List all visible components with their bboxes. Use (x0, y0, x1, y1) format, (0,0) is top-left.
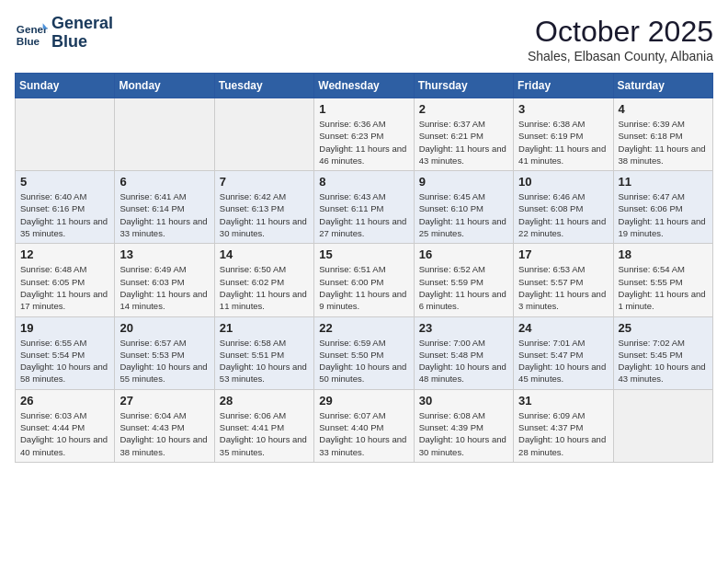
day-number: 6 (119, 175, 209, 189)
day-info: Sunrise: 6:55 AM Sunset: 5:54 PM Dayligh… (20, 337, 109, 385)
day-number: 10 (518, 175, 608, 189)
day-number: 25 (619, 321, 708, 335)
calendar-cell: 14Sunrise: 6:50 AM Sunset: 6:02 PM Dayli… (214, 244, 313, 316)
calendar-cell: 31Sunrise: 6:09 AM Sunset: 4:37 PM Dayli… (514, 389, 613, 462)
day-info: Sunrise: 6:04 AM Sunset: 4:43 PM Dayligh… (119, 409, 209, 458)
calendar-cell: 3Sunrise: 6:38 AM Sunset: 6:19 PM Daylig… (514, 98, 613, 171)
day-info: Sunrise: 6:57 AM Sunset: 5:53 PM Dayligh… (119, 337, 209, 385)
day-number: 17 (518, 247, 608, 261)
svg-text:Blue: Blue (17, 34, 40, 46)
page-header: General Blue General Blue October 2025 S… (15, 15, 713, 63)
day-info: Sunrise: 7:01 AM Sunset: 5:47 PM Dayligh… (518, 337, 608, 385)
day-info: Sunrise: 6:54 AM Sunset: 5:55 PM Dayligh… (619, 263, 708, 312)
calendar-cell: 12Sunrise: 6:48 AM Sunset: 6:05 PM Dayli… (16, 244, 115, 316)
day-number: 13 (119, 247, 209, 261)
day-number: 22 (319, 321, 408, 335)
calendar-cell (16, 98, 115, 171)
weekday-header-row: SundayMondayTuesdayWednesdayThursdayFrid… (16, 74, 713, 98)
day-number: 5 (20, 175, 109, 189)
day-number: 14 (220, 247, 309, 261)
day-info: Sunrise: 6:50 AM Sunset: 6:02 PM Dayligh… (220, 263, 309, 312)
calendar-cell: 4Sunrise: 6:39 AM Sunset: 6:18 PM Daylig… (613, 98, 712, 171)
day-info: Sunrise: 6:46 AM Sunset: 6:08 PM Dayligh… (518, 190, 608, 239)
day-number: 27 (119, 394, 209, 408)
calendar-cell: 16Sunrise: 6:52 AM Sunset: 5:59 PM Dayli… (414, 244, 513, 316)
calendar-cell: 13Sunrise: 6:49 AM Sunset: 6:03 PM Dayli… (115, 244, 214, 316)
day-number: 24 (518, 321, 608, 335)
day-info: Sunrise: 7:02 AM Sunset: 5:45 PM Dayligh… (619, 337, 708, 385)
day-number: 29 (319, 394, 408, 408)
title-block: October 2025 Shales, Elbasan County, Alb… (528, 15, 713, 63)
day-info: Sunrise: 6:51 AM Sunset: 6:00 PM Dayligh… (319, 263, 408, 312)
logo-text: General Blue (51, 15, 113, 52)
day-info: Sunrise: 6:48 AM Sunset: 6:05 PM Dayligh… (20, 263, 109, 312)
day-number: 21 (220, 321, 309, 335)
calendar-cell: 8Sunrise: 6:43 AM Sunset: 6:11 PM Daylig… (314, 171, 414, 244)
logo: General Blue General Blue (15, 15, 113, 52)
calendar-cell: 20Sunrise: 6:57 AM Sunset: 5:53 PM Dayli… (115, 316, 214, 389)
day-number: 31 (518, 394, 608, 408)
calendar-cell: 5Sunrise: 6:40 AM Sunset: 6:16 PM Daylig… (16, 171, 115, 244)
weekday-header: Monday (115, 74, 214, 98)
calendar-cell: 17Sunrise: 6:53 AM Sunset: 5:57 PM Dayli… (514, 244, 613, 316)
day-number: 9 (419, 175, 508, 189)
calendar-cell: 26Sunrise: 6:03 AM Sunset: 4:44 PM Dayli… (16, 389, 115, 462)
calendar-cell: 9Sunrise: 6:45 AM Sunset: 6:10 PM Daylig… (414, 171, 513, 244)
day-info: Sunrise: 6:40 AM Sunset: 6:16 PM Dayligh… (20, 190, 109, 239)
calendar-cell: 24Sunrise: 7:01 AM Sunset: 5:47 PM Dayli… (514, 316, 613, 389)
calendar-week-row: 12Sunrise: 6:48 AM Sunset: 6:05 PM Dayli… (16, 244, 713, 316)
day-number: 30 (419, 394, 508, 408)
day-info: Sunrise: 7:00 AM Sunset: 5:48 PM Dayligh… (419, 337, 508, 385)
day-number: 2 (419, 102, 508, 116)
calendar-cell: 2Sunrise: 6:37 AM Sunset: 6:21 PM Daylig… (414, 98, 513, 171)
day-info: Sunrise: 6:03 AM Sunset: 4:44 PM Dayligh… (20, 409, 109, 458)
calendar-cell (214, 98, 313, 171)
calendar-cell: 22Sunrise: 6:59 AM Sunset: 5:50 PM Dayli… (314, 316, 414, 389)
calendar-cell (115, 98, 214, 171)
logo-icon: General Blue (15, 17, 48, 50)
day-info: Sunrise: 6:45 AM Sunset: 6:10 PM Dayligh… (419, 190, 508, 239)
calendar-week-row: 19Sunrise: 6:55 AM Sunset: 5:54 PM Dayli… (16, 316, 713, 389)
day-info: Sunrise: 6:53 AM Sunset: 5:57 PM Dayligh… (518, 263, 608, 312)
calendar-cell: 21Sunrise: 6:58 AM Sunset: 5:51 PM Dayli… (214, 316, 313, 389)
calendar-table: SundayMondayTuesdayWednesdayThursdayFrid… (15, 73, 713, 463)
day-info: Sunrise: 6:36 AM Sunset: 6:23 PM Dayligh… (319, 118, 408, 167)
calendar-week-row: 1Sunrise: 6:36 AM Sunset: 6:23 PM Daylig… (16, 98, 713, 171)
day-info: Sunrise: 6:08 AM Sunset: 4:39 PM Dayligh… (419, 409, 508, 458)
day-number: 18 (619, 247, 708, 261)
day-number: 16 (419, 247, 508, 261)
day-info: Sunrise: 6:41 AM Sunset: 6:14 PM Dayligh… (119, 190, 209, 239)
day-number: 4 (619, 102, 708, 116)
calendar-cell: 6Sunrise: 6:41 AM Sunset: 6:14 PM Daylig… (115, 171, 214, 244)
day-info: Sunrise: 6:06 AM Sunset: 4:41 PM Dayligh… (220, 409, 309, 458)
calendar-cell: 11Sunrise: 6:47 AM Sunset: 6:06 PM Dayli… (613, 171, 712, 244)
day-info: Sunrise: 6:43 AM Sunset: 6:11 PM Dayligh… (319, 190, 408, 239)
calendar-cell (613, 389, 712, 462)
month-title: October 2025 (528, 15, 713, 49)
day-info: Sunrise: 6:59 AM Sunset: 5:50 PM Dayligh… (319, 337, 408, 385)
day-info: Sunrise: 6:49 AM Sunset: 6:03 PM Dayligh… (119, 263, 209, 312)
day-info: Sunrise: 6:09 AM Sunset: 4:37 PM Dayligh… (518, 409, 608, 458)
weekday-header: Thursday (414, 74, 513, 98)
calendar-cell: 27Sunrise: 6:04 AM Sunset: 4:43 PM Dayli… (115, 389, 214, 462)
day-number: 26 (20, 394, 109, 408)
calendar-cell: 29Sunrise: 6:07 AM Sunset: 4:40 PM Dayli… (314, 389, 414, 462)
calendar-cell: 10Sunrise: 6:46 AM Sunset: 6:08 PM Dayli… (514, 171, 613, 244)
weekday-header: Wednesday (314, 74, 414, 98)
day-info: Sunrise: 6:07 AM Sunset: 4:40 PM Dayligh… (319, 409, 408, 458)
weekday-header: Friday (514, 74, 613, 98)
calendar-cell: 1Sunrise: 6:36 AM Sunset: 6:23 PM Daylig… (314, 98, 414, 171)
calendar-cell: 30Sunrise: 6:08 AM Sunset: 4:39 PM Dayli… (414, 389, 513, 462)
calendar-cell: 7Sunrise: 6:42 AM Sunset: 6:13 PM Daylig… (214, 171, 313, 244)
day-number: 7 (220, 175, 309, 189)
day-info: Sunrise: 6:38 AM Sunset: 6:19 PM Dayligh… (518, 118, 608, 167)
day-number: 3 (518, 102, 608, 116)
calendar-cell: 15Sunrise: 6:51 AM Sunset: 6:00 PM Dayli… (314, 244, 414, 316)
weekday-header: Sunday (16, 74, 115, 98)
day-info: Sunrise: 6:39 AM Sunset: 6:18 PM Dayligh… (619, 118, 708, 167)
day-number: 12 (20, 247, 109, 261)
day-number: 19 (20, 321, 109, 335)
day-info: Sunrise: 6:52 AM Sunset: 5:59 PM Dayligh… (419, 263, 508, 312)
weekday-header: Saturday (613, 74, 712, 98)
calendar-cell: 19Sunrise: 6:55 AM Sunset: 5:54 PM Dayli… (16, 316, 115, 389)
